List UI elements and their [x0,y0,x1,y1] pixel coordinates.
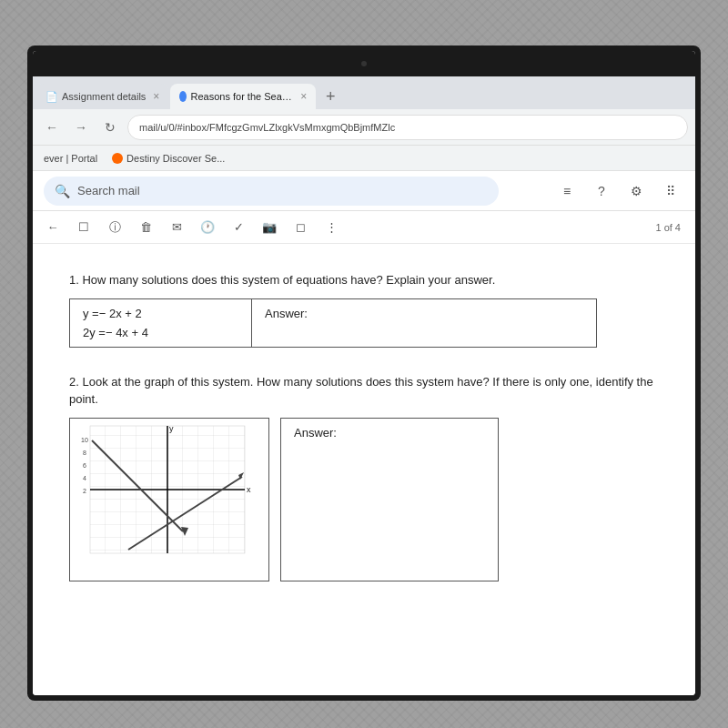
equations-cell: y =− 2x + 2 2y =− 4x + 4 [70,298,252,347]
answer-label-1: Answer: [265,307,308,320]
bookmark-portal-label: ever | Portal [44,153,97,164]
address-bar-row: ← → ↻ mail/u/0/#inbox/FMfcgzGmvLZlxgkVsM… [33,109,695,146]
filter-icon-btn[interactable]: ≡ [553,177,581,205]
tab-assignment[interactable]: 📄 Assignment details × [36,84,168,109]
email-content: 1. How many solutions does this system o… [33,244,695,695]
apps-icon: ⠿ [666,184,675,198]
browser-window: 📄 Assignment details × Reasons for the S… [33,76,695,695]
top-bezel [33,51,695,76]
info-icon: ⓘ [109,219,121,236]
clock-icon: 🕐 [200,220,215,234]
back-button[interactable]: ← [40,116,64,139]
answer-label-2: Answer: [294,426,337,440]
info-btn[interactable]: ⓘ [102,215,127,240]
question-2: 2. Look at the graph of this system. How… [69,373,659,581]
question-1: 1. How many solutions does this system o… [69,271,659,348]
tab-bar: 📄 Assignment details × Reasons for the S… [33,76,695,109]
help-icon: ? [598,184,605,198]
search-icon: 🔍 [55,184,70,198]
tab-reasons[interactable]: Reasons for the Seasons - 8TH-G × [170,84,316,109]
help-icon-btn[interactable]: ? [588,177,615,205]
question-2-text: 2. Look at the graph of this system. How… [69,373,659,409]
check-icon: ✓ [234,220,244,234]
check-btn[interactable]: ✓ [226,215,251,240]
screen-inner: 📄 Assignment details × Reasons for the S… [33,51,695,695]
archive-btn[interactable]: ☐ [71,215,96,240]
answer-cell-1[interactable]: Answer: [252,298,597,347]
tab-assignment-close[interactable]: × [153,90,159,103]
settings-icon-btn[interactable]: ⚙ [622,177,650,205]
y-axis-label: y [169,424,174,433]
doc-btn[interactable]: ◻ [288,215,313,240]
destiny-favicon-icon [112,153,123,164]
equation-2: 2y =− 4x + 4 [83,326,238,339]
svg-text:2: 2 [83,488,86,494]
search-placeholder: Search mail [77,184,140,197]
graph-section: y x 10 8 6 4 2 [69,418,659,581]
page-count: 1 of 4 [655,222,688,233]
address-bar[interactable]: mail/u/0/#inbox/FMfcgzGmvLZlxgkVsMmxgmQb… [127,115,688,140]
clock-btn[interactable]: 🕐 [195,215,220,240]
doc-icon: ◻ [296,220,306,234]
equation-table: y =− 2x + 2 2y =− 4x + 4 Answer: [69,298,597,348]
more-icon: ⋮ [326,220,338,234]
forward-button[interactable]: → [69,116,93,139]
refresh-button[interactable]: ↻ [98,116,122,139]
x-axis-label: x [247,485,251,494]
answer-box-2[interactable]: Answer: [280,418,499,581]
trash-icon: 🗑 [140,220,152,234]
camera-icon: 📷 [262,220,277,234]
tab-reasons-favicon [179,91,187,102]
mail-btn[interactable]: ✉ [164,215,189,240]
bookmark-destiny[interactable]: Destiny Discover Se... [108,151,228,166]
svg-text:10: 10 [81,437,88,443]
url-text: mail/u/0/#inbox/FMfcgzGmvLZlxgkVsMmxgmQb… [139,122,395,133]
tab-assignment-favicon: 📄 [46,90,58,103]
question-1-text: 1. How many solutions does this system o… [69,271,659,289]
bookmark-portal[interactable]: ever | Portal [40,151,101,166]
archive-icon: ☐ [78,220,89,234]
back-to-inbox-btn[interactable]: ← [40,215,66,240]
svg-text:6: 6 [83,462,86,469]
table-row-eq1: y =− 2x + 2 2y =− 4x + 4 Answer: [70,298,597,347]
svg-text:4: 4 [83,475,86,481]
new-tab-button[interactable]: + [318,84,343,109]
equation-1: y =− 2x + 2 [83,307,238,320]
apps-icon-btn[interactable]: ⠿ [657,177,684,205]
search-bar[interactable]: 🔍 Search mail [44,177,499,206]
email-action-bar: ← ☐ ⓘ 🗑 ✉ 🕐 ✓ [33,211,695,244]
more-options-btn[interactable]: ⋮ [318,215,344,240]
camera-dot [361,61,367,66]
svg-text:8: 8 [83,450,86,456]
graph-container: y x 10 8 6 4 2 [69,418,269,581]
coordinate-graph: y x 10 8 6 4 2 [74,422,265,577]
filter-icon: ≡ [563,184,571,198]
camera-btn[interactable]: 📷 [257,215,282,240]
back-icon: ← [47,220,59,234]
mail-icon: ✉ [172,220,182,234]
tab-reasons-label: Reasons for the Seasons - 8TH-G [190,91,293,102]
settings-icon: ⚙ [631,184,642,198]
gmail-icons: ≡ ? ⚙ ⠿ [553,177,684,205]
bookmarks-bar: ever | Portal Destiny Discover Se... [33,146,695,171]
laptop-screen: 📄 Assignment details × Reasons for the S… [27,46,701,701]
delete-btn[interactable]: 🗑 [133,215,158,240]
gmail-toolbar: 🔍 Search mail ≡ ? ⚙ ⠿ [33,171,695,211]
bookmark-destiny-label: Destiny Discover Se... [126,153,225,164]
tab-assignment-label: Assignment details [62,91,146,102]
tab-reasons-close[interactable]: × [300,90,307,103]
